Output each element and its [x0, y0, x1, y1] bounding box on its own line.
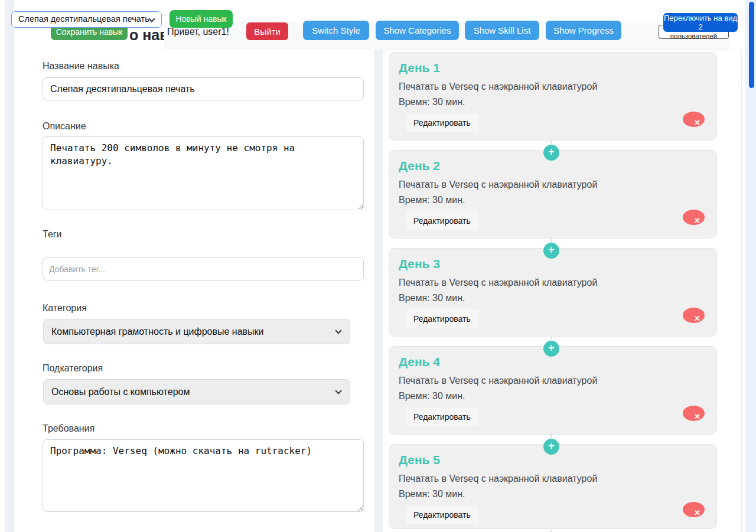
chevron-down-icon — [335, 387, 341, 394]
category-select[interactable]: Компьютерная грамотность и цифровые навы… — [43, 319, 350, 344]
day-task: Печатать в Verseq с наэкранной клавиатур… — [399, 376, 707, 386]
category-select-value: Компьютерная грамотность и цифровые навы… — [51, 327, 263, 337]
edit-day-button[interactable]: Редактировать — [406, 505, 478, 524]
day-card-2: День 2 Печатать в Verseq с наэкранной кл… — [389, 150, 717, 239]
requirements-label: Требования — [43, 423, 94, 434]
new-skill-button[interactable]: Новый навык — [170, 10, 233, 28]
day-time: Время: 30 мин. — [399, 489, 707, 500]
close-icon: ✕ — [694, 314, 700, 323]
close-icon: ✕ — [694, 118, 700, 127]
logout-button[interactable]: Выйти — [246, 22, 288, 40]
close-icon: ✕ — [694, 216, 700, 225]
edit-day-button[interactable]: Редактировать — [406, 407, 478, 426]
day-title: День 3 — [399, 257, 707, 271]
day-task: Печатать в Verseq с наэкранной клавиатур… — [399, 81, 707, 92]
day-time: Время: 30 мин. — [399, 195, 707, 205]
switch-style-button[interactable]: Switch Style — [303, 21, 369, 40]
edit-day-button[interactable]: Редактировать — [406, 309, 478, 328]
page-title-text: о нав — [129, 27, 164, 44]
requirements-textarea[interactable]: Программа: Verseq (можно скачать на rutr… — [43, 439, 364, 512]
day-task: Печатать в Verseq с наэкранной клавиатур… — [399, 278, 707, 288]
day-time: Время: 30 мин. — [399, 293, 707, 303]
delete-day-button[interactable]: ✕ — [683, 502, 705, 517]
description-textarea[interactable]: Печатать 200 символов в минуту не смотря… — [43, 136, 364, 210]
edit-day-button[interactable]: Редактировать — [406, 113, 478, 132]
day-task: Печатать в Verseq с наэкранной клавиатур… — [399, 474, 707, 484]
add-day-button[interactable]: + — [543, 439, 559, 455]
day-task: Печатать в Verseq с наэкранной клавиатур… — [399, 179, 707, 190]
add-day-button[interactable]: + — [543, 145, 559, 161]
chevron-down-icon — [335, 327, 341, 334]
day-time: Время: 30 мин. — [399, 391, 707, 402]
subcategory-select[interactable]: Основы работы с компьютером — [43, 379, 350, 404]
skill-name-input[interactable] — [43, 77, 364, 100]
scrollbar-thumb[interactable] — [749, 2, 754, 88]
skill-select[interactable]: Слепая десятипальцевая печать — [11, 11, 162, 28]
day-title: День 1 — [399, 61, 707, 75]
delete-day-button[interactable]: ✕ — [683, 112, 705, 127]
delete-day-button[interactable]: ✕ — [683, 210, 705, 225]
delete-day-button[interactable]: ✕ — [683, 308, 705, 323]
switch-view-button[interactable]: Переключить на вид 2 — [663, 13, 738, 32]
day-card-1: День 1 Печатать в Verseq с наэкранной кл… — [389, 52, 717, 141]
add-day-button[interactable]: + — [543, 341, 559, 357]
delete-day-button[interactable]: ✕ — [683, 406, 705, 421]
show-skill-list-button[interactable]: Show Skill List — [465, 21, 539, 40]
day-card-4: День 4 Печатать в Verseq с наэкранной кл… — [389, 346, 717, 435]
subcategory-select-value: Основы работы с компьютером — [51, 387, 190, 397]
tags-label: Теги — [43, 229, 62, 240]
close-icon: ✕ — [694, 412, 700, 421]
add-day-button[interactable]: + — [543, 243, 559, 259]
skill-select-value: Слепая десятипальцевая печать — [18, 14, 149, 24]
chevron-down-icon — [148, 15, 155, 22]
user-greeting: Привет, user1! — [167, 27, 229, 37]
show-categories-button[interactable]: Show Categories — [376, 21, 459, 40]
day-card-5: День 5 Печатать в Verseq с наэкранной кл… — [389, 444, 717, 529]
day-title: День 2 — [399, 159, 707, 173]
day-card-3: День 3 Печатать в Verseq с наэкранной кл… — [389, 248, 717, 337]
subcategory-label: Подкатегория — [43, 363, 103, 374]
description-label: Описание — [43, 121, 86, 132]
show-progress-button[interactable]: Show Progress — [546, 21, 621, 40]
close-icon: ✕ — [694, 508, 700, 517]
edit-day-button[interactable]: Редактировать — [406, 211, 478, 230]
day-title: День 5 — [399, 453, 707, 467]
skill-name-label: Название навыка — [43, 61, 119, 71]
page-title: о нав — [129, 27, 164, 45]
tag-input[interactable] — [43, 257, 364, 280]
day-time: Время: 30 мин. — [399, 97, 707, 107]
day-title: День 4 — [399, 355, 707, 369]
scrollbar-track[interactable] — [745, 0, 756, 532]
page-left-gutter — [5, 0, 14, 532]
panel-gap — [374, 50, 383, 532]
category-label: Категория — [43, 303, 87, 314]
